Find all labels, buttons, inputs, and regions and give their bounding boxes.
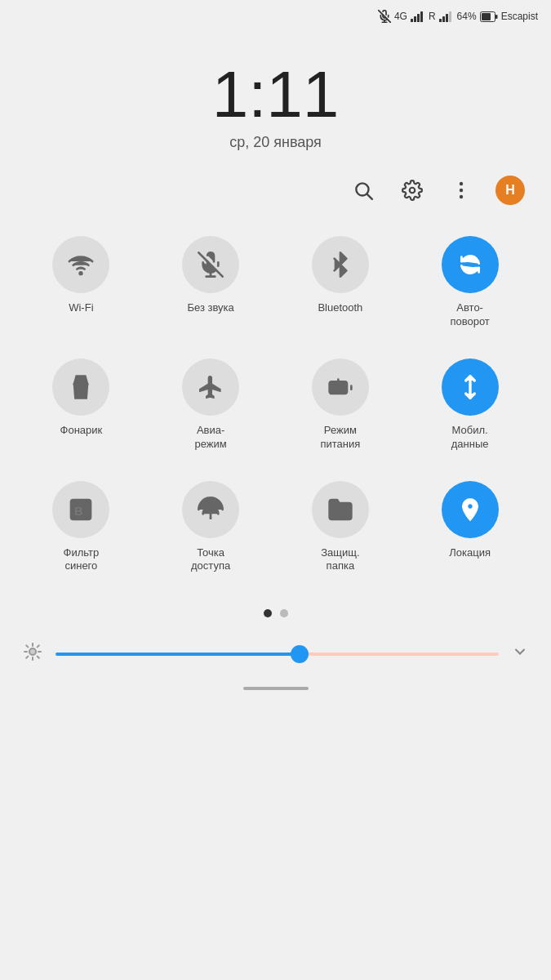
powersave-label: Режимпитания — [320, 424, 360, 452]
time-section: 1:11 ср, 20 января — [0, 29, 551, 167]
hotspot-icon-wrap — [182, 481, 239, 538]
wifi-icon — [68, 252, 94, 278]
flashlight-label: Фонарик — [60, 424, 103, 438]
bluefilter-icon-wrap: B — [52, 481, 109, 538]
page-dots — [0, 596, 551, 634]
svg-point-16 — [410, 188, 415, 194]
svg-line-37 — [26, 646, 28, 648]
mute-icon — [378, 10, 391, 23]
user-avatar[interactable]: H — [495, 176, 525, 205]
search-icon — [353, 180, 374, 201]
brightness-icon — [23, 642, 42, 666]
autorotate-icon — [457, 252, 483, 278]
brightness-slider[interactable] — [56, 653, 499, 656]
svg-text:B: B — [74, 504, 83, 517]
svg-point-20 — [80, 272, 82, 274]
svg-line-42 — [38, 646, 39, 648]
powersave-icon — [327, 374, 353, 400]
svg-line-38 — [38, 657, 39, 658]
svg-point-18 — [460, 189, 463, 192]
airplane-icon-wrap — [182, 359, 239, 416]
roaming-indicator: R — [429, 11, 436, 22]
search-button[interactable] — [349, 176, 378, 205]
bluefilter-label: Фильтрсинего — [64, 546, 100, 574]
battery-text: 64% — [457, 11, 477, 22]
mobiledata-toggle[interactable]: Мобил.данные — [405, 344, 535, 466]
status-icons: 4G R 64% Escapist — [378, 10, 538, 23]
securefolder-icon-wrap — [312, 481, 369, 538]
svg-point-34 — [29, 648, 36, 655]
brightness-thumb[interactable] — [291, 645, 309, 663]
mute-toggle[interactable]: Без звука — [146, 221, 276, 344]
action-bar: H — [0, 167, 551, 213]
brightness-row — [0, 634, 551, 674]
securefolder-icon — [327, 497, 353, 523]
brightness-expand[interactable] — [512, 644, 528, 664]
bluefilter-icon: B — [68, 497, 94, 523]
autorotate-icon-wrap — [442, 236, 499, 293]
bluetooth-icon-wrap — [312, 236, 369, 293]
page-dot-2[interactable] — [280, 609, 288, 617]
svg-rect-7 — [439, 19, 442, 22]
powersave-icon-wrap — [312, 359, 369, 416]
hotspot-icon — [198, 497, 224, 523]
svg-rect-9 — [446, 14, 448, 22]
svg-rect-3 — [411, 19, 413, 22]
mute-label: Без звука — [187, 301, 233, 315]
date: ср, 20 января — [229, 134, 322, 151]
svg-point-32 — [207, 501, 214, 508]
mobiledata-icon-wrap — [442, 359, 499, 416]
network-type: 4G — [394, 11, 407, 22]
bluefilter-toggle[interactable]: B Фильтрсинего — [16, 466, 146, 589]
signal-icon-2 — [439, 11, 454, 22]
settings-button[interactable] — [398, 176, 427, 205]
clock: 1:11 — [212, 62, 340, 127]
wifi-icon-wrap — [52, 236, 109, 293]
svg-rect-33 — [336, 510, 345, 516]
svg-rect-12 — [482, 13, 491, 20]
svg-rect-10 — [449, 11, 451, 22]
username: Escapist — [501, 11, 538, 22]
bluetooth-icon — [327, 252, 353, 278]
svg-rect-13 — [495, 15, 498, 19]
svg-rect-6 — [420, 11, 423, 22]
securefolder-label: Защищ.папка — [321, 546, 359, 574]
autorotate-label: Авто-поворот — [450, 301, 489, 329]
page-dot-1[interactable] — [264, 609, 272, 617]
location-icon — [457, 497, 483, 523]
svg-rect-8 — [442, 16, 445, 22]
airplane-label: Авиа-режим — [195, 424, 227, 452]
bluetooth-label: Bluetooth — [318, 301, 362, 315]
powersave-toggle[interactable]: Режимпитания — [276, 344, 406, 466]
location-label: Локация — [449, 546, 491, 560]
autorotate-toggle[interactable]: Авто-поворот — [405, 221, 535, 344]
location-icon-wrap — [442, 481, 499, 538]
home-indicator[interactable] — [0, 674, 551, 697]
hotspot-toggle[interactable]: Точкадоступа — [146, 466, 276, 589]
quick-settings-grid: Wi-Fi Без звука Bluetooth — [0, 213, 551, 596]
mobiledata-label: Мобил.данные — [451, 424, 489, 452]
svg-line-15 — [367, 194, 372, 199]
location-toggle[interactable]: Локация — [405, 466, 535, 589]
bluetooth-toggle[interactable]: Bluetooth — [276, 221, 406, 344]
svg-rect-5 — [417, 14, 420, 22]
more-icon — [459, 180, 464, 201]
flashlight-icon-wrap — [52, 359, 109, 416]
mute-qs-icon — [198, 252, 224, 278]
svg-rect-4 — [414, 16, 416, 22]
airplane-toggle[interactable]: Авиа-режим — [146, 344, 276, 466]
mobiledata-icon — [457, 374, 483, 400]
flashlight-icon — [68, 374, 94, 400]
more-button[interactable] — [447, 176, 476, 205]
securefolder-toggle[interactable]: Защищ.папка — [276, 466, 406, 589]
signal-icon — [411, 11, 425, 22]
svg-point-17 — [460, 182, 463, 185]
status-bar: 4G R 64% Escapist — [0, 0, 551, 29]
wifi-toggle[interactable]: Wi-Fi — [16, 221, 146, 344]
airplane-icon — [198, 374, 224, 400]
battery-icon — [480, 11, 498, 22]
home-bar — [243, 687, 309, 690]
svg-point-19 — [460, 195, 463, 198]
flashlight-toggle[interactable]: Фонарик — [16, 344, 146, 466]
gear-icon — [402, 180, 423, 201]
